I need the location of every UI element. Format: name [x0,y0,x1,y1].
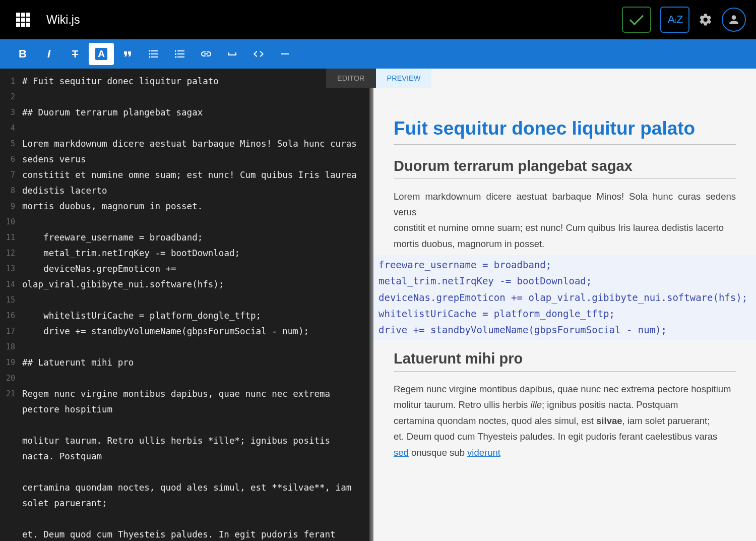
line-gutter: 123456789101112131415161718192021 [0,69,18,541]
editor-toolbar: B I T A [0,39,756,69]
editor-line[interactable]: molitur taurum. Retro ullis herbis *ille… [22,433,365,464]
preview-paragraph: sed onusque sub viderunt [394,445,736,461]
line-number: 17 [0,324,15,339]
link-button[interactable] [194,43,219,65]
app-header: Wiki.js A↓Z [0,0,756,39]
line-number: 15 [0,292,15,308]
editor-line[interactable] [22,339,365,355]
bold-button[interactable]: B [10,43,35,65]
preview-link[interactable]: viderunt [467,447,500,458]
line-number: 8 [0,183,15,199]
text: onusque sub [409,447,467,458]
line-number: 9 [0,199,15,214]
editor-pane: 123456789101112131415161718192021 # Fuit… [0,69,369,541]
sort-az-button[interactable]: A↓Z [660,7,689,33]
bold-text: silvae [596,415,622,426]
pane-splitter[interactable] [369,69,373,541]
editor-line[interactable] [22,292,365,308]
editor-line[interactable]: freeware_username = broadband; [22,230,365,246]
preview-pane: Fuit sequitur donec liquitur palato Duor… [373,69,756,541]
line-number: 21 [0,386,15,402]
line-number: 4 [0,121,15,136]
editor-line[interactable]: certamina quondam noctes, quod ales simu… [22,480,365,511]
preview-paragraph: et. Deum quod cum Thyesteis paludes. In … [394,429,736,445]
bullet-list-button[interactable] [141,43,166,65]
gear-icon[interactable] [699,13,713,27]
text: , iam solet paruerant; [622,415,710,426]
code-line: drive += standbyVolumeName(gbpsForumSoci… [377,322,756,338]
line-number: 7 [0,167,15,183]
editor-line[interactable]: deviceNas.grepEmoticon += olap_viral.gib… [22,261,365,292]
editor-line[interactable]: ## Duorum terrarum plangebat sagax [22,105,365,121]
apps-grid-icon[interactable] [16,13,30,27]
user-avatar[interactable] [722,8,746,32]
editor-line[interactable]: Lorem markdownum dicere aestuat barbaque… [22,136,365,167]
editor-line[interactable]: et. Deum quod cum Thyesteis paludes. In … [22,527,365,541]
italic-button[interactable]: I [36,43,61,65]
editor-line[interactable]: drive += standbyVolumeName(gbpsForumSoci… [22,324,365,339]
line-number: 14 [0,277,15,292]
line-number: 2 [0,89,15,105]
editor-body[interactable]: # Fuit sequitur donec liquitur palato ##… [18,69,369,541]
preview-link[interactable]: sed [394,447,409,458]
line-number: 16 [0,308,15,324]
quote-button[interactable] [115,43,140,65]
line-number: 5 [0,136,15,152]
editor-line[interactable]: ## Latuerunt mihi pro [22,355,365,371]
text: molitur taurum. Retro ullis herbis [394,399,530,410]
line-number: 6 [0,152,15,167]
header-left: Wiki.js [16,13,80,27]
editor-line[interactable] [22,121,365,136]
line-number: 11 [0,230,15,246]
code-button[interactable] [246,43,271,65]
editor-line[interactable] [22,511,365,527]
line-number: 13 [0,261,15,277]
editor-line[interactable] [22,371,365,386]
editor-line[interactable]: metal_trim.netIrqKey -= bootDownload; [22,246,365,261]
preview-heading-1: Fuit sequitur donec liquitur palato [394,118,736,145]
text: certamina quondam noctes, quod ales simu… [394,415,596,426]
tab-preview[interactable]: PREVIEW [376,69,432,88]
line-number: 20 [0,371,15,386]
italic-text: ille [530,399,542,410]
numbered-list-button[interactable] [167,43,193,65]
horizontal-rule-button[interactable] [272,43,297,65]
app-title: Wiki.js [46,13,80,27]
editor-line[interactable]: # Fuit sequitur donec liquitur palato [22,74,365,89]
editor-line[interactable]: mortis duobus, magnorum in posset. [22,199,365,214]
strikethrough-button[interactable]: T [62,43,88,65]
save-button[interactable] [622,7,651,33]
space-button[interactable] [220,43,245,65]
line-number: 10 [0,214,15,230]
editor-line[interactable] [22,214,365,230]
preview-paragraph: Regem nunc virgine montibus dapibus, qua… [394,382,736,397]
line-number: 18 [0,339,15,355]
editor-line[interactable] [22,89,365,105]
preview-paragraph: constitit et numine omne suam; est nunc!… [394,220,736,236]
user-icon [727,13,740,26]
preview-paragraph: mortis duobus, magnorum in posset. [394,236,736,252]
line-number: 3 [0,105,15,121]
editor-line[interactable] [22,464,365,480]
editor-line[interactable]: whitelistUriCache = platform_dongle_tftp… [22,308,365,324]
preview-paragraph: molitur taurum. Retro ullis herbis ille;… [394,397,736,413]
text: ; ignibus positis nacta. Postquam [542,399,678,410]
line-number: 19 [0,355,15,371]
text-color-button[interactable]: A [89,43,114,65]
tab-editor[interactable]: EDITOR [326,69,376,88]
code-line: freeware_username = broadband; [377,257,756,273]
editor-line[interactable] [22,417,365,433]
check-icon [629,11,644,25]
editor-line[interactable]: Regem nunc virgine montibus dapibus, qua… [22,386,365,417]
main-area: 123456789101112131415161718192021 # Fuit… [0,69,756,541]
line-number: 1 [0,74,15,89]
preview-paragraph: Lorem markdownum dicere aestuat barbaque… [394,189,736,220]
az-label: A↓Z [667,13,682,26]
editor-line[interactable]: constitit et numine omne suam; est nunc!… [22,167,365,199]
preview-paragraph: certamina quondam noctes, quod ales simu… [394,413,736,429]
preview-code-block: freeware_username = broadband;metal_trim… [373,255,756,340]
preview-heading-2: Duorum terrarum plangebat sagax [394,158,736,179]
line-number: 12 [0,246,15,261]
preview-heading-2: Latuerunt mihi pro [394,350,736,372]
header-right: A↓Z [622,7,746,33]
